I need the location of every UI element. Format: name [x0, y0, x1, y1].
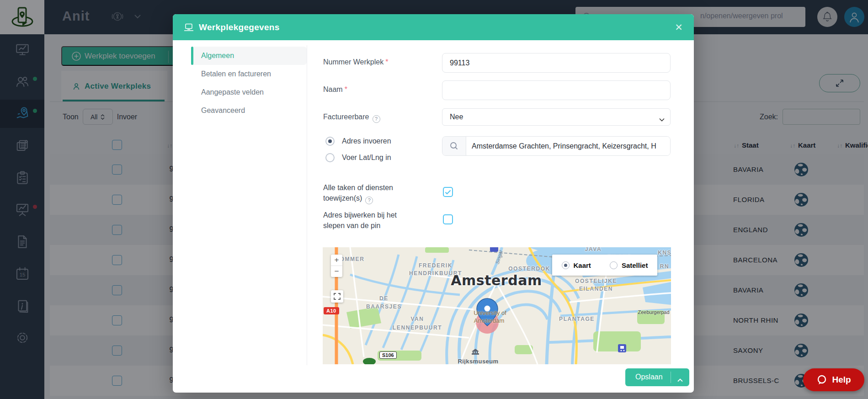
- map-fullscreen-button[interactable]: [331, 290, 343, 303]
- button-divider: [671, 372, 671, 383]
- update-pin-label: Adres bijwerken bij het slepen van de pi…: [323, 210, 397, 231]
- modal-title: Werkplekgegevens: [199, 22, 280, 32]
- modal-menu-item-geavanceerd[interactable]: Geavanceerd: [191, 101, 307, 120]
- help-icon[interactable]: ?: [365, 197, 373, 204]
- billable-select[interactable]: Nee: [442, 108, 671, 126]
- search-icon: [450, 142, 458, 150]
- radio-selected[interactable]: [562, 261, 570, 269]
- radio-address-option[interactable]: Adres invoeren: [325, 137, 391, 146]
- laptop-icon: [184, 23, 194, 32]
- billable-value: Nee: [450, 113, 463, 121]
- close-icon[interactable]: ✕: [672, 21, 686, 34]
- radio-selected[interactable]: [325, 137, 335, 146]
- modal-menu-item-algemeen[interactable]: Algemeen: [191, 47, 307, 65]
- zoom-in-button[interactable]: +: [331, 255, 342, 266]
- help-label: Help: [832, 375, 851, 385]
- zoom-out-button[interactable]: −: [331, 266, 342, 277]
- modal-menu: AlgemeenBetalen en facturerenAangepaste …: [191, 47, 307, 120]
- update-pin-checkbox-unchecked[interactable]: [443, 214, 453, 224]
- chevron-up-icon[interactable]: [677, 376, 683, 384]
- radio-unselected[interactable]: [610, 261, 618, 269]
- radio-unselected[interactable]: [325, 153, 335, 162]
- fullscreen-icon: [334, 293, 341, 300]
- radio-latlng-label: Voer Lat/Lng in: [342, 154, 391, 162]
- number-input[interactable]: [442, 53, 671, 73]
- modal-menu-item-aangepaste-velden[interactable]: Aangepaste velden: [191, 83, 307, 101]
- satelliet-label: Satelliet: [622, 261, 648, 269]
- assign-label: Alle taken of diensten toewijzen(s)?: [323, 182, 393, 204]
- modal-menu-item-betalen-en-factureren[interactable]: Betalen en factureren: [191, 65, 307, 83]
- check-icon: [445, 190, 451, 195]
- radio-address-label: Adres invoeren: [342, 137, 391, 145]
- chat-bubble-icon: [816, 374, 827, 385]
- number-label: Nummer Werkplek*: [323, 58, 388, 66]
- billable-label: Factureerbare?: [323, 113, 380, 123]
- map-type-control: Kaart Satelliet: [552, 255, 657, 276]
- chevron-down-icon: [659, 115, 665, 123]
- required-mark: *: [345, 85, 347, 93]
- modal-header: Werkplekgegevens ✕: [173, 14, 694, 40]
- address-input[interactable]: [466, 137, 670, 155]
- app-window: Anit n/openen/weergeven prol: [0, 0, 868, 399]
- name-label: Naam*: [323, 85, 347, 94]
- radio-latlng-option[interactable]: Voer Lat/Lng in: [325, 153, 391, 162]
- name-input[interactable]: [442, 80, 671, 100]
- map-type-satelliet[interactable]: Satelliet: [610, 261, 648, 269]
- modal-menu-divider: [307, 45, 307, 365]
- highway-badge-a10: A10: [324, 307, 339, 314]
- werkplek-modal: Werkplekgegevens ✕ AlgemeenBetalen en fa…: [173, 14, 694, 393]
- address-field: [442, 136, 671, 156]
- map-type-kaart[interactable]: Kaart: [562, 261, 591, 269]
- required-mark: *: [385, 58, 388, 66]
- road-badge-s106: S106: [379, 351, 397, 359]
- address-search-prefix: [442, 137, 466, 155]
- kaart-label: Kaart: [574, 261, 591, 269]
- save-button[interactable]: Opslaan: [625, 368, 689, 386]
- map-zoom-control: + −: [331, 255, 342, 277]
- help-icon[interactable]: ?: [373, 115, 380, 123]
- assign-checkbox-checked[interactable]: [443, 187, 453, 197]
- map-canvas[interactable]: LOMMERJAVAFREDERIKHENDRIKBUURTSingelOOST…: [323, 247, 671, 364]
- help-button[interactable]: Help: [803, 368, 864, 391]
- save-label: Opslaan: [635, 373, 663, 381]
